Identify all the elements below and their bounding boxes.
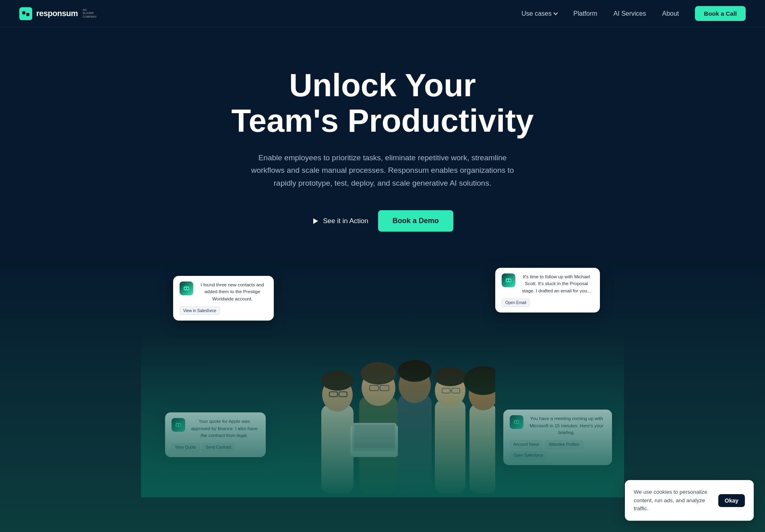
nav-link-about[interactable]: About (662, 10, 679, 17)
hero-subtitle: Enable employees to prioritize tasks, el… (246, 151, 519, 189)
chat-card-4-buttons: Account News Attendee Profiles Open Sale… (510, 440, 606, 460)
svg-point-23 (361, 362, 396, 385)
nav-link-ai-services[interactable]: AI Services (614, 10, 646, 17)
svg-point-8 (507, 280, 508, 281)
chat-card-3: Your quote for Apple was approved by fin… (165, 412, 266, 457)
ai-avatar-2 (502, 273, 515, 287)
svg-rect-0 (19, 7, 32, 20)
chat-card-3-buttons: View Quote Send Contract (172, 443, 259, 451)
hero-visual: I found three new contacts and added the… (141, 264, 624, 497)
nav-links: Use cases Platform AI Services About Boo… (521, 6, 746, 21)
nav-book-call-button[interactable]: Book a Call (695, 6, 746, 21)
chat-card-2-buttons: Open Email (502, 298, 593, 307)
chat-card-3-text: Your quote for Apple was approved by fin… (189, 418, 259, 439)
account-news-button[interactable]: Account News (510, 440, 543, 449)
chevron-down-icon (553, 10, 558, 15)
attendee-profiles-button[interactable]: Attendee Profiles (545, 440, 583, 449)
svg-point-49 (515, 422, 516, 423)
ai-avatar-4 (510, 415, 523, 429)
bot-icon-3 (175, 421, 182, 428)
logo-wordmark: responsum (36, 9, 78, 18)
svg-rect-32 (435, 400, 465, 493)
cookie-banner: We use cookies to personalize content, r… (625, 480, 754, 521)
chat-card-4-text: You have a meeting coming up with Micros… (527, 415, 606, 436)
view-quote-button[interactable]: View Quote (172, 443, 200, 451)
svg-marker-3 (313, 218, 318, 224)
ai-avatar-3 (172, 418, 185, 432)
play-icon (312, 217, 319, 225)
nav-link-platform[interactable]: Platform (573, 10, 598, 17)
chat-card-1-text: I found three new contacts and added the… (197, 282, 267, 302)
open-email-button[interactable]: Open Email (502, 298, 530, 307)
svg-rect-7 (506, 278, 511, 282)
svg-point-44 (472, 366, 494, 383)
open-salesforce-button[interactable]: Open Salesforce (510, 451, 547, 460)
svg-rect-45 (176, 423, 181, 427)
svg-point-30 (398, 360, 432, 382)
svg-point-50 (517, 422, 519, 423)
chat-card-1-buttons: View in Salesforce (180, 306, 267, 315)
svg-rect-48 (514, 420, 519, 424)
view-in-salesforce-button[interactable]: View in Salesforce (180, 306, 220, 315)
svg-rect-21 (354, 425, 395, 448)
chat-card-2: It's time to follow up with Michael Scot… (495, 268, 600, 313)
nav-link-use-cases[interactable]: Use cases (521, 10, 557, 17)
svg-rect-39 (469, 404, 495, 493)
svg-point-46 (177, 424, 178, 426)
svg-point-34 (434, 367, 466, 386)
logo[interactable]: responsum AN ELIXIRR COMPANY (19, 7, 97, 20)
svg-point-6 (187, 288, 188, 289)
svg-rect-11 (321, 405, 354, 493)
svg-rect-4 (184, 286, 189, 290)
ai-avatar-1 (180, 282, 193, 295)
svg-rect-2 (26, 13, 29, 16)
bot-icon (183, 285, 190, 292)
hero-title: Unlock Your Team's Productivity (231, 68, 533, 139)
send-contract-button[interactable]: Send Contract (202, 443, 235, 451)
svg-rect-1 (22, 11, 25, 14)
book-demo-button[interactable]: Book a Demo (378, 210, 453, 232)
see-in-action-button[interactable]: See it in Action (312, 217, 368, 225)
cookie-text: We use cookies to personalize content, r… (634, 488, 712, 513)
svg-rect-28 (398, 395, 432, 493)
logo-badge: AN ELIXIRR COMPANY (83, 8, 97, 19)
hero-buttons: See it in Action Book a Demo (312, 210, 453, 232)
chat-card-4: You have a meeting coming up with Micros… (503, 410, 612, 465)
bot-icon-2 (505, 277, 512, 284)
people-group (270, 296, 495, 497)
logo-icon (19, 7, 32, 20)
svg-point-5 (185, 288, 186, 289)
navbar: responsum AN ELIXIRR COMPANY Use cases P… (0, 0, 765, 27)
svg-point-9 (509, 280, 511, 281)
svg-point-13 (321, 371, 354, 391)
cookie-okay-button[interactable]: Okay (718, 494, 745, 507)
hero-section: Unlock Your Team's Productivity Enable e… (0, 27, 765, 532)
svg-point-47 (179, 424, 180, 426)
chat-card-2-text: It's time to follow up with Michael Scot… (519, 273, 593, 294)
chat-card-1: I found three new contacts and added the… (173, 276, 274, 321)
bot-icon-4 (513, 418, 520, 426)
people-svg (270, 296, 495, 497)
